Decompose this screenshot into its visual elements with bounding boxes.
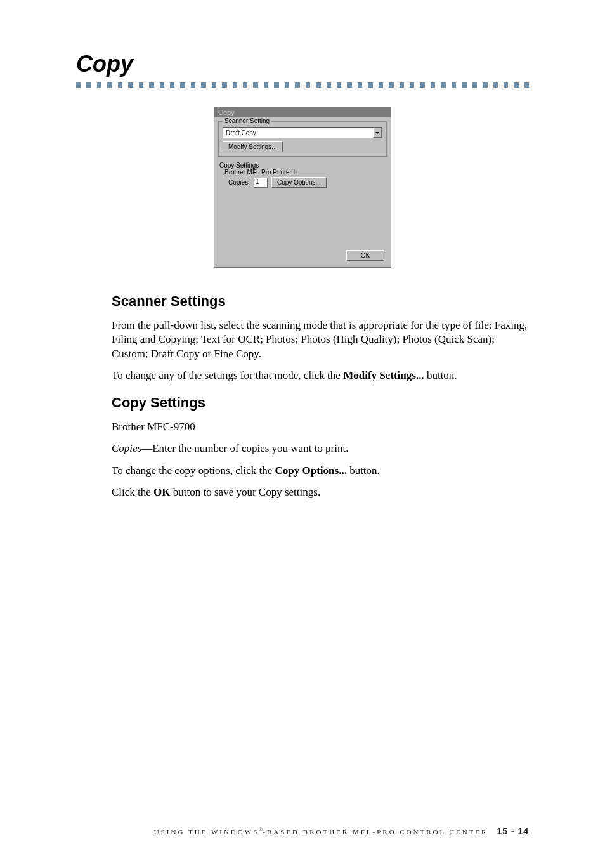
copy-settings-p1: Brother MFC-9700 xyxy=(112,420,529,434)
scanner-mode-value: Draft Copy xyxy=(226,129,256,136)
copy-options-button[interactable]: Copy Options... xyxy=(271,177,327,188)
scanner-setting-fieldset: Scanner Setting Draft Copy Modify Settin… xyxy=(218,121,387,157)
scanner-settings-heading: Scanner Settings xyxy=(112,293,529,310)
chevron-down-icon[interactable] xyxy=(373,128,382,138)
scanner-settings-p1: From the pull-down list, select the scan… xyxy=(112,319,529,361)
scanner-setting-legend: Scanner Setting xyxy=(223,117,271,124)
copy-dialog: Copy Scanner Setting Draft Copy Modify S… xyxy=(214,107,391,268)
copy-settings-p4: Click the OK button to save your Copy se… xyxy=(112,485,529,499)
page-heading: Copy xyxy=(76,51,529,77)
ok-button[interactable]: OK xyxy=(346,250,384,261)
copy-settings-heading: Copy Settings xyxy=(112,395,529,411)
copies-label: Copies: xyxy=(228,179,250,186)
copies-input[interactable]: 1 xyxy=(254,178,268,188)
scanner-mode-select[interactable]: Draft Copy xyxy=(223,127,382,138)
divider xyxy=(76,82,529,88)
dialog-titlebar: Copy xyxy=(214,107,391,117)
copy-settings-area: Copy Settings Brother MFL Pro Printer II… xyxy=(218,159,387,190)
modify-settings-button[interactable]: Modify Settings... xyxy=(223,141,283,152)
copy-settings-p2: Copies—Enter the number of copies you wa… xyxy=(112,442,529,456)
copy-settings-p3: To change the copy options, click the Co… xyxy=(112,464,529,478)
page-footer: USING THE WINDOWS®-BASED BROTHER MFL-PRO… xyxy=(154,826,529,836)
copy-settings-label: Copy Settings xyxy=(219,162,386,169)
page-number: 15 - 14 xyxy=(497,826,529,836)
printer-name: Brother MFL Pro Printer II xyxy=(219,169,386,176)
dialog-screenshot: Copy Scanner Setting Draft Copy Modify S… xyxy=(76,107,529,268)
scanner-settings-p2: To change any of the settings for that m… xyxy=(112,369,529,383)
